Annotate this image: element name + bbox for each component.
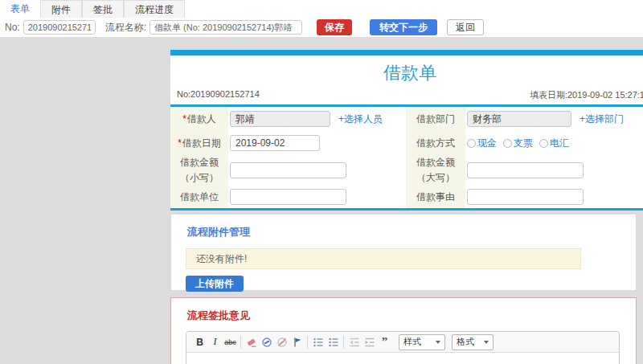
radio-cash[interactable]: 现金 [467, 137, 497, 150]
numbered-list-icon [313, 337, 324, 348]
approval-comments-panel: 流程签批意见 B I abc [170, 297, 637, 364]
toolbar-separator [240, 336, 241, 349]
unlink-icon [276, 337, 288, 348]
amount-uppercase-input[interactable] [467, 162, 584, 178]
borrower-cell: +选择人员 [228, 107, 406, 131]
amount-lowercase-input[interactable] [230, 162, 346, 178]
forward-next-step-button[interactable]: 转交下一步 [370, 19, 437, 35]
select-department-link[interactable]: +选择部门 [580, 112, 624, 126]
tab-form[interactable]: 表单 [0, 0, 40, 18]
outdent-icon [349, 337, 360, 348]
approval-comments-title: 流程签批意见 [187, 309, 636, 323]
radio-circle-icon [503, 139, 512, 148]
loan-method-label: 借款方式 [406, 131, 465, 155]
flag-icon [292, 337, 303, 348]
command-bar: No: 流程名称: 保存 转交下一步 返回 [0, 18, 643, 37]
link-button[interactable] [259, 334, 274, 350]
rich-text-editor: B I abc [186, 331, 620, 364]
panel-top-accent-bar [170, 50, 643, 55]
loan-reason-label: 借款事由 [406, 186, 465, 208]
chevron-down-icon [484, 341, 489, 344]
amount-lowercase-label: 借款金额（小写） [170, 155, 228, 186]
no-attachments-alert: 还没有附件! [186, 248, 581, 269]
no-label: No: [5, 22, 20, 33]
loan-unit-input[interactable] [230, 189, 346, 205]
loan-form-panel: 借款单 No:20190902152714 填表日期:2019-09-02 15… [170, 50, 643, 211]
toolbar-separator [307, 336, 308, 349]
flow-name-input[interactable] [149, 20, 302, 35]
amount-uppercase-label: 借款金额（大写） [406, 155, 465, 186]
form-fill-date-text: 填表日期:2019-09-02 15:27:1 [530, 89, 643, 101]
borrower-input[interactable] [230, 111, 330, 127]
tab-bar: 表单 附件 签批 流程进度 [0, 0, 643, 18]
blockquote-button[interactable]: ” [377, 334, 392, 350]
required-mark: * [182, 113, 186, 125]
tab-approval[interactable]: 签批 [82, 0, 124, 18]
required-mark: * [178, 137, 182, 149]
amount-uppercase-cell [465, 155, 643, 186]
form-meta-row: No:20190902152714 填表日期:2019-09-02 15:27:… [170, 88, 643, 104]
borrower-label: *借款人 [170, 107, 228, 131]
loan-date-cell [228, 131, 406, 155]
form-fields-grid: *借款人 +选择人员 借款部门 +选择部门 *借款日期 [170, 107, 643, 208]
unlink-button[interactable] [274, 334, 289, 350]
divider-bottom [170, 208, 643, 211]
form-no-text: No:20190902152714 [177, 89, 260, 101]
attachments-panel: 流程附件管理 还没有附件! 上传附件 [170, 214, 637, 291]
form-title: 借款单 [170, 55, 643, 88]
editor-content-area[interactable] [186, 353, 619, 364]
department-label: 借款部门 [406, 107, 465, 131]
radio-circle-icon [539, 139, 548, 148]
editor-toolbar: B I abc [186, 332, 619, 353]
loan-date-input[interactable] [230, 135, 320, 151]
loan-reason-input[interactable] [467, 189, 584, 205]
amount-lowercase-cell [228, 155, 406, 186]
no-input[interactable] [23, 20, 96, 35]
format-dropdown[interactable]: 格式 [452, 334, 494, 350]
attachments-title: 流程附件管理 [187, 225, 636, 239]
flow-name-label: 流程名称: [105, 21, 146, 35]
select-person-link[interactable]: +选择人员 [338, 112, 383, 126]
loan-unit-cell [228, 186, 406, 208]
screen: 表单 附件 签批 流程进度 No: 流程名称: 保存 转交下一步 返回 借款单 … [0, 0, 643, 364]
outdent-button[interactable] [346, 334, 362, 350]
save-button[interactable]: 保存 [317, 19, 352, 35]
chevron-down-icon [436, 341, 440, 344]
department-input[interactable] [467, 111, 571, 127]
link-icon [261, 337, 272, 348]
bulleted-list-icon [328, 337, 339, 348]
tab-attachments[interactable]: 附件 [40, 0, 82, 18]
styles-dropdown[interactable]: 样式 [399, 334, 445, 350]
loan-method-cell: 现金 支票 电汇 [465, 131, 643, 155]
indent-icon [364, 337, 375, 348]
loan-reason-cell [465, 186, 643, 208]
remove-format-button[interactable] [244, 334, 259, 350]
department-cell: +选择部门 [465, 107, 643, 131]
back-button[interactable]: 返回 [447, 19, 484, 35]
toolbar-separator [343, 336, 344, 349]
upload-attachment-button[interactable]: 上传附件 [186, 276, 244, 292]
workspace: 借款单 No:20190902152714 填表日期:2019-09-02 15… [0, 37, 643, 364]
tab-progress[interactable]: 流程进度 [124, 0, 185, 18]
strikethrough-button[interactable]: abc [223, 334, 238, 350]
loan-date-label: *借款日期 [170, 131, 228, 155]
bulleted-list-button[interactable] [326, 334, 341, 350]
radio-cheque[interactable]: 支票 [503, 137, 533, 150]
bold-button[interactable]: B [192, 334, 207, 350]
radio-wire-transfer[interactable]: 电汇 [539, 137, 569, 150]
indent-button[interactable] [362, 334, 377, 350]
eraser-icon [246, 337, 257, 348]
radio-circle-icon [467, 139, 476, 148]
italic-button[interactable]: I [207, 334, 223, 350]
loan-unit-label: 借款单位 [170, 186, 228, 208]
numbered-list-button[interactable] [310, 334, 326, 350]
anchor-flag-button[interactable] [289, 334, 305, 350]
loan-method-radio-group: 现金 支票 电汇 [467, 137, 575, 150]
